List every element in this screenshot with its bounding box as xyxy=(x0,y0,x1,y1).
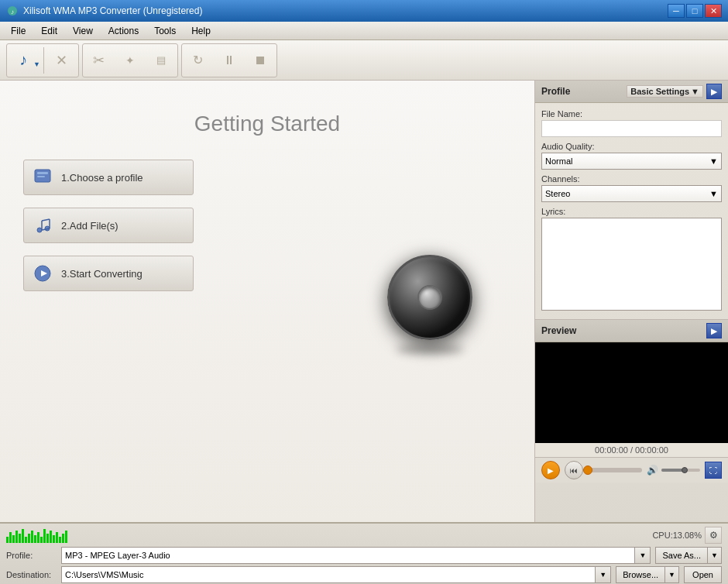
prev-button[interactable]: ⏮ xyxy=(565,461,583,479)
delete-button[interactable]: ✕ xyxy=(47,46,77,75)
panel-expand-button[interactable]: ▶ xyxy=(706,84,722,99)
profile-icon xyxy=(32,167,53,188)
right-panel: Profile Basic Settings ▼ ▶ File Name: Au… xyxy=(534,81,728,522)
waveform-bar xyxy=(28,534,30,543)
cut-button[interactable]: ✂ xyxy=(84,46,114,75)
save-as-arrow[interactable]: ▼ xyxy=(708,547,722,564)
waveform-bar xyxy=(37,532,39,543)
waveform-bar xyxy=(25,537,27,543)
waveform-bar xyxy=(59,537,61,543)
toolbar-group-convert: ↻ ⏸ ⏹ xyxy=(181,43,277,77)
waveform-bar xyxy=(46,534,49,543)
save-as-button[interactable]: Save As... xyxy=(655,547,708,564)
status-bar: CPU:13.08% ⚙ xyxy=(6,527,722,544)
volume-slider-track[interactable] xyxy=(661,469,700,472)
maximize-button[interactable]: □ xyxy=(686,4,703,18)
lyrics-field-group: Lyrics: xyxy=(541,207,722,313)
preview-expand-button[interactable]: ▶ xyxy=(706,323,722,338)
menu-view[interactable]: View xyxy=(65,24,101,38)
file-name-label: File Name: xyxy=(541,109,722,119)
step3-label: 3.Start Converting xyxy=(61,268,143,280)
browse-button[interactable]: Browse... xyxy=(616,566,665,583)
toolbar-group-edit: ✂ ✦ ▤ xyxy=(82,43,178,77)
profile-combo-arrow[interactable]: ▼ xyxy=(635,547,651,564)
svg-point-5 xyxy=(37,228,42,232)
profile-row: Profile: ▼ Save As... ▼ xyxy=(6,547,722,564)
progress-thumb xyxy=(583,465,592,475)
destination-combo-arrow[interactable]: ▼ xyxy=(596,566,611,583)
window-controls: ─ □ ✕ xyxy=(668,4,722,18)
fullscreen-button[interactable]: ⛶ xyxy=(705,462,722,479)
lyrics-textarea[interactable] xyxy=(541,218,722,311)
svg-line-9 xyxy=(42,219,50,221)
cpu-text: CPU:13.08% xyxy=(652,531,702,540)
convert-button[interactable]: ↻ xyxy=(184,46,213,75)
destination-input[interactable] xyxy=(61,566,596,583)
start-converting-button[interactable]: 3.Start Converting xyxy=(23,256,194,291)
menu-file[interactable]: File xyxy=(3,24,33,38)
destination-combo: ▼ xyxy=(61,566,611,583)
channels-value: Stereo xyxy=(545,189,570,198)
file-name-field-group: File Name: xyxy=(541,109,722,137)
video-button[interactable]: ▤ xyxy=(146,46,176,75)
main-layout: Getting Started 1.Choose a profile xyxy=(0,81,728,522)
waveform-bar xyxy=(56,532,58,543)
channels-field-group: Channels: Stereo ▼ xyxy=(541,174,722,202)
profile-combo: ▼ xyxy=(61,547,651,564)
settings-dropdown-label: Basic Settings xyxy=(630,87,689,96)
waveform-bar xyxy=(40,537,43,543)
svg-text:♪: ♪ xyxy=(11,9,14,15)
step1-label: 1.Choose a profile xyxy=(61,172,143,184)
volume-control: 🔊 xyxy=(647,465,700,476)
menu-edit[interactable]: Edit xyxy=(33,24,65,38)
menu-bar: File Edit View Actions Tools Help xyxy=(0,22,728,40)
dropdown-arrow-icon: ▼ xyxy=(691,87,699,96)
waveform-display xyxy=(6,527,67,543)
choose-profile-button[interactable]: 1.Choose a profile xyxy=(23,160,194,195)
content-area: Getting Started 1.Choose a profile xyxy=(0,81,534,522)
waveform-bar xyxy=(53,535,55,543)
toolbar-group-add: ♪ ▼ ✕ xyxy=(6,43,79,77)
profile-combo-input[interactable] xyxy=(61,547,635,564)
file-name-input[interactable] xyxy=(541,120,722,137)
menu-actions[interactable]: Actions xyxy=(101,24,146,38)
header-right: Basic Settings ▼ ▶ xyxy=(627,84,722,99)
window-title: Xilisoft WMA MP3 Converter (Unregistered… xyxy=(23,5,668,16)
audio-quality-arrow-icon: ▼ xyxy=(709,156,718,166)
audio-quality-value: Normal xyxy=(545,156,572,166)
basic-settings-dropdown[interactable]: Basic Settings ▼ xyxy=(627,85,703,98)
browse-arrow[interactable]: ▼ xyxy=(665,566,679,583)
waveform-bar xyxy=(43,529,46,543)
open-button[interactable]: Open xyxy=(684,566,722,583)
toolbar: ♪ ▼ ✕ ✂ ✦ ▤ ↻ ⏸ ⏹ xyxy=(0,40,728,81)
audio-quality-select[interactable]: Normal ▼ xyxy=(541,153,722,170)
stop-button[interactable]: ⏹ xyxy=(246,46,275,75)
effects-button[interactable]: ✦ xyxy=(115,46,145,75)
lyrics-label: Lyrics: xyxy=(541,207,722,216)
minimize-button[interactable]: ─ xyxy=(668,4,685,18)
progress-bar[interactable] xyxy=(588,468,642,472)
svg-rect-4 xyxy=(37,176,45,177)
menu-help[interactable]: Help xyxy=(184,24,218,38)
settings-icon-button[interactable]: ⚙ xyxy=(705,527,722,544)
waveform-bar xyxy=(65,531,67,543)
audio-quality-label: Audio Quality: xyxy=(541,142,722,151)
speaker-image xyxy=(387,255,472,348)
profile-bottom-label: Profile: xyxy=(6,551,57,560)
close-button[interactable]: ✕ xyxy=(705,4,722,18)
play-button[interactable]: ▶ xyxy=(541,461,560,479)
pause-button[interactable]: ⏸ xyxy=(215,46,244,75)
channels-select[interactable]: Stereo ▼ xyxy=(541,185,722,202)
waveform-bar xyxy=(22,529,24,543)
transport-controls: ▶ ⏮ 🔊 ⛶ xyxy=(535,457,728,483)
title-bar: ♪ Xilisoft WMA MP3 Converter (Unregister… xyxy=(0,0,728,22)
menu-tools[interactable]: Tools xyxy=(146,24,184,38)
convert-icon xyxy=(32,263,53,284)
waveform-bar xyxy=(9,532,12,543)
add-files-button[interactable]: 2.Add File(s) xyxy=(23,208,194,243)
step2-label: 2.Add File(s) xyxy=(61,220,118,232)
waveform-bar xyxy=(19,534,21,543)
browse-button-group: Browse... ▼ xyxy=(616,566,679,583)
preview-section: Preview ▶ 00:00:00 / 00:00:00 ▶ ⏮ 🔊 xyxy=(535,319,728,483)
profile-header-label: Profile xyxy=(541,86,570,97)
